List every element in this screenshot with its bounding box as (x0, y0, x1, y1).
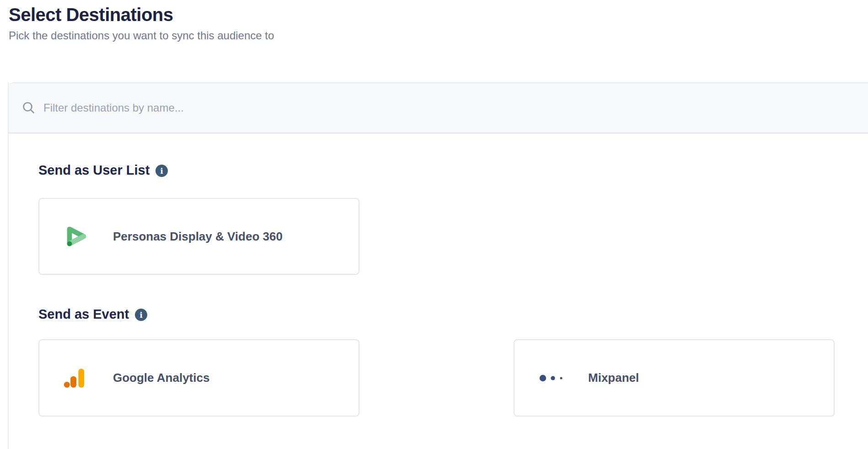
section-heading-event: Send as Event i (38, 307, 147, 322)
google-analytics-icon (63, 365, 89, 391)
filter-destinations-input[interactable] (43, 102, 455, 114)
section-heading-event-label: Send as Event (38, 307, 129, 322)
page-header: Select Destinations Pick the destination… (9, 4, 274, 43)
display-video-360-icon (63, 223, 89, 250)
info-icon[interactable]: i (135, 309, 147, 321)
info-icon[interactable]: i (155, 165, 168, 177)
page-title: Select Destinations (9, 4, 274, 26)
destinations-panel: Send as User List i Personas Display & V… (8, 82, 868, 449)
mixpanel-icon (538, 365, 564, 391)
search-icon (21, 101, 36, 115)
svg-text:i: i (161, 166, 164, 176)
page-subtitle: Pick the destinations you want to sync t… (9, 28, 274, 43)
destination-label: Mixpanel (588, 371, 639, 385)
section-heading-user-list: Send as User List i (38, 163, 168, 178)
destination-card-personas-display-video-360[interactable]: Personas Display & Video 360 (38, 198, 359, 275)
filter-bar (9, 82, 868, 134)
svg-text:i: i (139, 310, 143, 320)
destination-label: Google Analytics (113, 371, 209, 385)
destination-card-mixpanel[interactable]: Mixpanel (514, 339, 835, 417)
section-heading-user-list-label: Send as User List (38, 163, 150, 178)
panel-content: Send as User List i Personas Display & V… (38, 134, 868, 449)
destination-card-google-analytics[interactable]: Google Analytics (38, 339, 359, 417)
destination-label: Personas Display & Video 360 (113, 230, 283, 244)
